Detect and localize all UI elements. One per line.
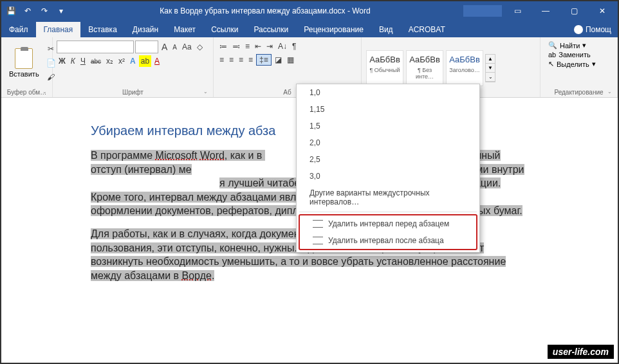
title-bar: 💾 ↶ ↷ ▾ Как в Ворде убрать интервал межд… (1, 1, 618, 21)
minimize-button[interactable]: — (533, 1, 559, 21)
style-heading1[interactable]: АаБбВв Заголово… (446, 50, 483, 86)
close-button[interactable]: ✕ (589, 1, 615, 21)
spacing-option-1-0[interactable]: 1,0 (297, 84, 479, 101)
group-editing: 🔍Найти ▾ abЗаменить ↖Выделить ▾ Редактир… (540, 37, 618, 97)
window-title: Как в Ворде убрать интервал между абзаца… (67, 6, 463, 15)
styles-expand-icon[interactable]: ⌄ (486, 73, 495, 82)
align-right-button[interactable]: ≡ (237, 54, 245, 66)
highlighted-options: Удалить интервал перед абзацем Удалить и… (299, 214, 477, 250)
change-case-button[interactable]: Aa (180, 41, 194, 53)
group-clipboard: Вставить ✂ 📄 🖌 Буфер обм… (1, 37, 53, 97)
line-spacing-button[interactable]: ‡≡ (256, 54, 272, 66)
superscript-button[interactable]: x² (116, 55, 127, 67)
paste-button[interactable]: Вставить (5, 46, 43, 80)
bold-button[interactable]: Ж (57, 55, 68, 67)
subscript-button[interactable]: x₂ (104, 55, 115, 67)
tab-insert[interactable]: Вставка (80, 22, 125, 37)
increase-indent-button[interactable]: ⇥ (264, 41, 275, 52)
tab-home[interactable]: Главная (36, 22, 81, 37)
remove-space-before[interactable]: Удалить интервал перед абзацем (300, 215, 476, 232)
font-name-input[interactable] (57, 41, 134, 53)
tab-mailings[interactable]: Рассылки (246, 22, 296, 37)
save-icon[interactable]: 💾 (5, 5, 17, 17)
styles-gallery-arrows[interactable]: ▲ ▼ ⌄ (485, 54, 495, 82)
numbering-button[interactable]: ≕ (230, 41, 242, 52)
tab-review[interactable]: Рецензирование (296, 22, 371, 37)
group-label-font: Шрифт (57, 87, 209, 97)
chevron-down-icon: ▾ (582, 41, 586, 50)
bullets-button[interactable]: ≔ (217, 41, 229, 52)
chevron-down-icon: ▾ (592, 60, 596, 68)
sort-button[interactable]: A↓ (276, 41, 289, 52)
styles-up-icon[interactable]: ▲ (486, 55, 495, 64)
space-after-icon (313, 237, 323, 244)
borders-button[interactable]: ▦ (285, 54, 296, 66)
line-spacing-menu: 1,0 1,15 1,5 2,0 2,5 3,0 Другие варианты… (296, 84, 480, 253)
tab-acrobat[interactable]: ACROBAT (401, 22, 453, 37)
spacing-option-2-0[interactable]: 2,0 (297, 134, 479, 151)
strikethrough-button[interactable]: abc (89, 57, 103, 66)
font-size-input[interactable] (135, 41, 158, 53)
spacing-option-2-5[interactable]: 2,5 (297, 151, 479, 168)
maximize-button[interactable]: ▢ (561, 1, 587, 21)
italic-button[interactable]: К (69, 55, 77, 67)
justify-button[interactable]: ≡ (246, 54, 255, 66)
lightbulb-icon (574, 25, 583, 34)
cursor-icon: ↖ (548, 60, 554, 68)
spacing-more-options[interactable]: Другие варианты междустрочных интервалов… (297, 185, 479, 210)
decrease-indent-button[interactable]: ⇤ (253, 41, 263, 52)
grow-font-button[interactable]: A (160, 41, 169, 53)
tell-me-search[interactable]: Помощ (568, 22, 618, 37)
tab-layout[interactable]: Макет (166, 22, 203, 37)
group-label-clipboard: Буфер обм… (5, 87, 48, 97)
find-button[interactable]: 🔍Найти ▾ (548, 41, 609, 50)
multilevel-button[interactable]: ≡ (243, 41, 252, 52)
menu-separator (299, 212, 477, 212)
tab-references[interactable]: Ссылки (203, 22, 246, 37)
ribbon-options-icon[interactable]: ▭ (504, 1, 530, 21)
font-color-button[interactable]: A (152, 55, 162, 67)
spacing-option-3-0[interactable]: 3,0 (297, 168, 479, 185)
tell-me-label: Помощ (586, 25, 611, 34)
style-normal[interactable]: АаБбВв ¶ Обычный (366, 50, 403, 86)
shrink-font-button[interactable]: A (171, 42, 179, 52)
show-marks-button[interactable]: ¶ (290, 41, 298, 52)
redo-icon[interactable]: ↷ (39, 5, 50, 17)
spacing-option-1-5[interactable]: 1,5 (297, 118, 479, 134)
tab-view[interactable]: Вид (371, 22, 401, 37)
group-label-editing: Редактирование (544, 87, 613, 97)
watermark: user-life.com (548, 345, 614, 359)
select-button[interactable]: ↖Выделить ▾ (548, 60, 609, 68)
tab-file[interactable]: Файл (1, 22, 36, 37)
quick-access-toolbar: 💾 ↶ ↷ ▾ (1, 5, 67, 17)
spacing-option-1-15[interactable]: 1,15 (297, 101, 479, 118)
clipboard-icon (15, 48, 33, 69)
qat-dropdown-icon[interactable]: ▾ (55, 5, 67, 17)
align-center-button[interactable]: ≡ (227, 54, 236, 66)
replace-button[interactable]: abЗаменить (548, 51, 609, 59)
search-icon: 🔍 (548, 41, 557, 50)
text-effects-button[interactable]: A (128, 55, 138, 67)
replace-icon: ab (548, 51, 556, 59)
account-area[interactable] (463, 5, 502, 17)
space-before-icon (313, 220, 323, 228)
remove-space-after[interactable]: Удалить интервал после абзаца (300, 232, 476, 249)
shading-button[interactable]: ◪ (273, 54, 284, 66)
clear-formatting-button[interactable]: ◇ (195, 41, 205, 53)
tab-design[interactable]: Дизайн (125, 22, 166, 37)
undo-icon[interactable]: ↶ (22, 5, 33, 17)
styles-down-icon[interactable]: ▼ (486, 64, 495, 73)
align-left-button[interactable]: ≡ (217, 54, 226, 66)
style-no-spacing[interactable]: АаБбВв ¶ Без инте… (406, 50, 443, 86)
highlight-button[interactable]: ab (139, 55, 151, 67)
underline-button[interactable]: Ч (79, 55, 88, 67)
ribbon-tabs: Файл Главная Вставка Дизайн Макет Ссылки… (1, 21, 618, 37)
group-font: A A Aa ◇ Ж К Ч abc x₂ x² A ab A Шрифт (53, 37, 214, 97)
